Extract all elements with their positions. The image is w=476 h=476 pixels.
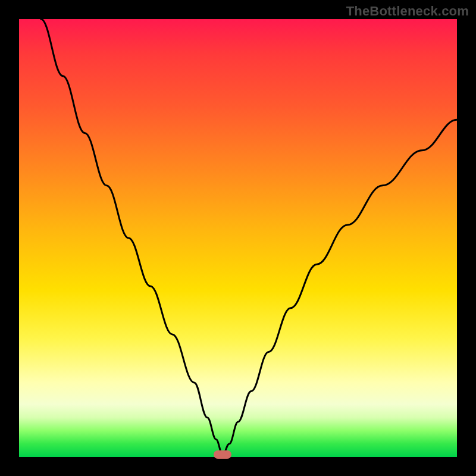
watermark-text: TheBottleneck.com — [346, 4, 469, 19]
chart-frame: TheBottleneck.com — [0, 0, 476, 476]
optimum-marker — [214, 450, 231, 459]
plot-area — [19, 19, 457, 457]
bottleneck-curve — [19, 19, 457, 457]
curve-path — [41, 19, 457, 455]
